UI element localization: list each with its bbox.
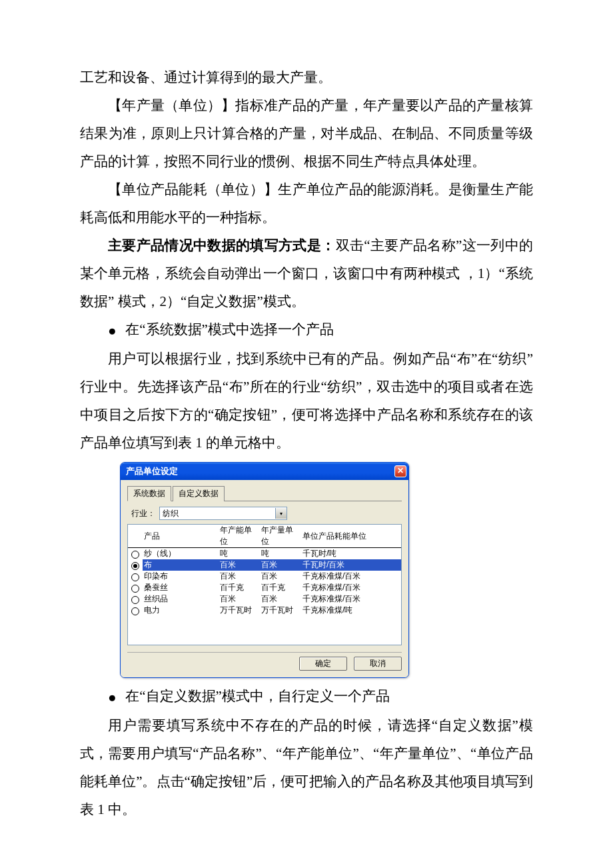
close-icon: ✕ — [397, 466, 404, 475]
paragraph: 用户需要填写系统中不存在的产品的时候，请选择“自定义数据”模式，需要用户填写“产… — [80, 711, 533, 823]
term-label: 【年产量（单位）】 — [108, 97, 235, 113]
paragraph: 主要产品情况中数据的填写方式是：双击“主要产品名称”这一列中的某个单元格，系统会… — [80, 231, 533, 315]
paragraph: 【年产量（单位）】指标准产品的产量，年产量要以产品的产量核算结果为准，原则上只计… — [80, 91, 533, 175]
bullet-item: ● 在“系统数据”模式中选择一个产品 — [108, 315, 533, 345]
col-capacity-unit: 年产能单位 — [219, 525, 260, 548]
chevron-down-icon: ▾ — [280, 511, 283, 517]
table-row[interactable]: 桑蚕丝百千克百千克千克标准煤/百米 — [128, 582, 401, 593]
row-radio-cell[interactable] — [128, 571, 143, 582]
energy-unit-cell: 千克标准煤/吨 — [301, 605, 401, 616]
col-product: 产品 — [143, 525, 219, 548]
energy-unit-cell: 千克标准煤/百米 — [301, 593, 401, 605]
table-row[interactable]: 电力万千瓦时万千瓦时千克标准煤/吨 — [128, 605, 401, 616]
col-energy-unit: 单位产品耗能单位 — [301, 525, 401, 548]
paragraph: 用户可以根据行业，找到系统中已有的产品。例如产品“布”在“纺织”行业中。先选择该… — [80, 345, 533, 457]
capacity-unit-cell: 百米 — [219, 593, 260, 605]
capacity-unit-cell: 吨 — [219, 548, 260, 560]
product-unit-dialog: 产品单位设定 ✕ 系统数据 自定义数据 行业： 纺织 ▾ — [120, 462, 409, 678]
product-name-cell: 印染布 — [143, 571, 219, 582]
output-unit-cell: 百米 — [260, 559, 301, 571]
dialog-title: 产品单位设定 — [126, 465, 178, 477]
row-radio-cell[interactable] — [128, 593, 143, 605]
radio-icon — [131, 607, 139, 615]
industry-value: 纺织 — [160, 508, 275, 519]
product-listbox[interactable]: 产品 年产能单位 年产量单位 单位产品耗能单位 纱（线）吨吨千瓦时/吨布百米百米… — [127, 524, 402, 645]
dialog-screenshot: 产品单位设定 ✕ 系统数据 自定义数据 行业： 纺织 ▾ — [120, 462, 409, 678]
row-radio-cell[interactable] — [128, 582, 143, 593]
bullet-icon: ● — [108, 683, 122, 711]
dialog-tabs: 系统数据 自定义数据 — [127, 485, 402, 501]
capacity-unit-cell: 百千克 — [219, 582, 260, 593]
industry-row: 行业： 纺织 ▾ — [131, 507, 402, 520]
energy-unit-cell: 千瓦时/百米 — [301, 559, 401, 571]
radio-icon — [131, 562, 139, 570]
bullet-item: ● 在“自定义数据”模式中，自行定义一个产品 — [108, 682, 533, 711]
row-radio-cell[interactable] — [128, 559, 143, 571]
capacity-unit-cell: 百米 — [219, 571, 260, 582]
capacity-unit-cell: 百米 — [219, 559, 260, 571]
output-unit-cell: 百千克 — [260, 582, 301, 593]
table-header-row: 产品 年产能单位 年产量单位 单位产品耗能单位 — [128, 525, 401, 548]
col-select — [128, 525, 143, 548]
product-name-cell: 桑蚕丝 — [143, 582, 219, 593]
table-row[interactable]: 纱（线）吨吨千瓦时/吨 — [128, 548, 401, 560]
ok-button[interactable]: 确定 — [299, 657, 347, 671]
table-row[interactable]: 布百米百米千瓦时/百米 — [128, 559, 401, 571]
document-page: 工艺和设备、通过计算得到的最大产量。 【年产量（单位）】指标准产品的产量，年产量… — [0, 0, 613, 868]
dialog-footer: 确定 取消 — [127, 652, 402, 671]
close-button[interactable]: ✕ — [394, 465, 406, 477]
cancel-button[interactable]: 取消 — [354, 657, 402, 671]
radio-icon — [131, 585, 139, 593]
product-name-cell: 纱（线） — [143, 548, 219, 560]
radio-icon — [131, 596, 139, 604]
dialog-body: 系统数据 自定义数据 行业： 纺织 ▾ — [121, 480, 408, 677]
tab-system-data[interactable]: 系统数据 — [127, 486, 171, 501]
table-row[interactable]: 丝织品百米百米千克标准煤/百米 — [128, 593, 401, 605]
product-name-cell: 电力 — [143, 605, 219, 616]
product-name-cell: 丝织品 — [143, 593, 219, 605]
output-unit-cell: 百米 — [260, 571, 301, 582]
paragraph: 【单位产品能耗（单位）】生产单位产品的能源消耗。是衡量生产能耗高低和用能水平的一… — [80, 175, 533, 231]
energy-unit-cell: 千克标准煤/百米 — [301, 582, 401, 593]
radio-icon — [131, 573, 139, 581]
col-output-unit: 年产量单位 — [260, 525, 301, 548]
capacity-unit-cell: 万千瓦时 — [219, 605, 260, 616]
row-radio-cell[interactable] — [128, 548, 143, 560]
industry-combobox[interactable]: 纺织 ▾ — [159, 507, 287, 520]
dialog-titlebar[interactable]: 产品单位设定 ✕ — [121, 463, 408, 480]
term-label: 【单位产品能耗（单位）】 — [108, 181, 278, 197]
industry-label: 行业： — [131, 508, 155, 519]
bullet-text: 在“自定义数据”模式中，自行定义一个产品 — [125, 688, 390, 704]
term-label: 主要产品情况中数据的填写方式是： — [108, 237, 336, 253]
product-name-cell: 布 — [143, 559, 219, 571]
output-unit-cell: 万千瓦时 — [260, 605, 301, 616]
tab-custom-data[interactable]: 自定义数据 — [173, 486, 225, 501]
bullet-text: 在“系统数据”模式中选择一个产品 — [125, 321, 334, 337]
dropdown-button[interactable]: ▾ — [275, 508, 287, 519]
energy-unit-cell: 千瓦时/吨 — [301, 548, 401, 560]
output-unit-cell: 百米 — [260, 593, 301, 605]
energy-unit-cell: 千克标准煤/百米 — [301, 571, 401, 582]
paragraph: 工艺和设备、通过计算得到的最大产量。 — [80, 63, 533, 91]
output-unit-cell: 吨 — [260, 548, 301, 560]
product-table: 产品 年产能单位 年产量单位 单位产品耗能单位 纱（线）吨吨千瓦时/吨布百米百米… — [128, 525, 401, 616]
row-radio-cell[interactable] — [128, 605, 143, 616]
table-row[interactable]: 印染布百米百米千克标准煤/百米 — [128, 571, 401, 582]
radio-icon — [131, 551, 139, 559]
bullet-icon: ● — [108, 317, 122, 345]
